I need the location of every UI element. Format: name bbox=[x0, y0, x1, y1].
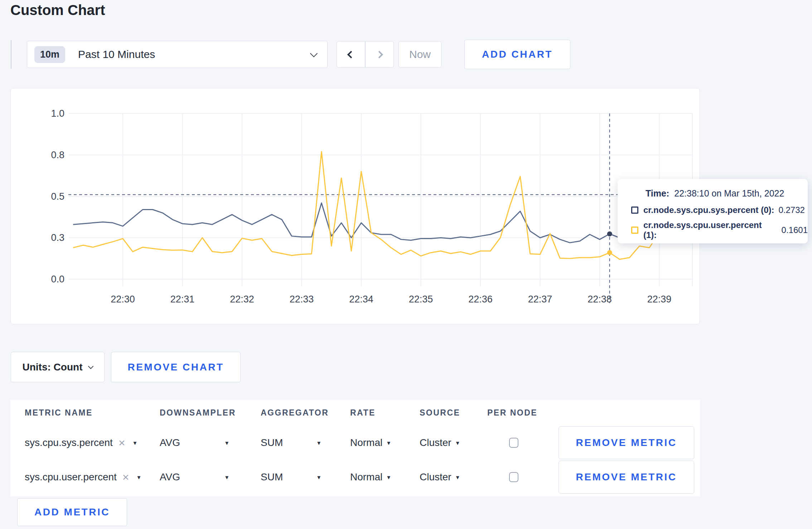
svg-text:1.0: 1.0 bbox=[51, 108, 64, 119]
svg-text:22:31: 22:31 bbox=[170, 294, 195, 305]
units-label: Units: Count bbox=[23, 361, 83, 373]
time-pager bbox=[337, 41, 394, 68]
svg-text:0.5: 0.5 bbox=[51, 191, 64, 202]
rate-value: Normal bbox=[350, 471, 382, 483]
rate-dropdown[interactable]: Normal ▼ bbox=[350, 471, 420, 483]
units-bar: Units: Count REMOVE CHART bbox=[11, 352, 241, 382]
tooltip-series-user: cr.node.sys.cpu.user.percent (1): 0.1601 bbox=[631, 220, 808, 240]
rate-value: Normal bbox=[350, 437, 382, 448]
clear-metric-icon[interactable]: × bbox=[119, 437, 125, 448]
chevron-right-icon bbox=[376, 50, 383, 58]
svg-text:22:35: 22:35 bbox=[409, 294, 433, 305]
remove-metric-button[interactable]: REMOVE METRIC bbox=[559, 426, 694, 459]
metric-name-value: sys.cpu.sys.percent bbox=[25, 437, 113, 448]
caret-down-icon: ▼ bbox=[455, 474, 460, 480]
tooltip-sys-name: cr.node.sys.cpu.sys.percent (0): bbox=[643, 205, 774, 215]
user-series-swatch-icon bbox=[631, 227, 638, 234]
source-dropdown[interactable]: Cluster ▼ bbox=[420, 437, 487, 448]
aggregator-dropdown[interactable]: SUM ▼ bbox=[261, 471, 322, 483]
downsampler-value: AVG bbox=[160, 471, 180, 483]
aggregator-value: SUM bbox=[261, 437, 283, 448]
page-title: Custom Chart bbox=[10, 2, 105, 18]
svg-text:0.8: 0.8 bbox=[51, 150, 64, 160]
prev-time-button[interactable] bbox=[337, 42, 365, 67]
svg-text:22:36: 22:36 bbox=[468, 294, 493, 305]
time-range-label: Past 10 Minutes bbox=[78, 48, 155, 60]
metric-name-dropdown[interactable]: sys.cpu.user.percent × ▼ bbox=[25, 471, 160, 483]
next-time-button[interactable] bbox=[366, 42, 393, 67]
col-header-rate: RATE bbox=[350, 408, 420, 418]
svg-text:22:39: 22:39 bbox=[647, 294, 672, 305]
downsampler-value: AVG bbox=[160, 437, 180, 448]
metrics-table-header: METRIC NAME DOWNSAMPLER AGGREGATOR RATE … bbox=[10, 400, 700, 426]
tooltip-series-sys: cr.node.sys.cpu.sys.percent (0): 0.2732 bbox=[631, 205, 808, 215]
clear-metric-icon[interactable]: × bbox=[122, 471, 129, 483]
caret-down-icon: ▼ bbox=[132, 440, 138, 446]
svg-text:0.3: 0.3 bbox=[51, 232, 64, 243]
source-value: Cluster bbox=[420, 437, 451, 448]
caret-down-icon: ▼ bbox=[316, 440, 322, 446]
tooltip-user-value: 0.1601 bbox=[782, 225, 808, 235]
chart-hover-tooltip: Time:22:38:10 on Mar 15th, 2022 cr.node.… bbox=[618, 179, 808, 243]
source-dropdown[interactable]: Cluster ▼ bbox=[420, 471, 487, 483]
aggregator-value: SUM bbox=[261, 471, 283, 483]
caret-down-icon: ▼ bbox=[224, 440, 229, 446]
svg-text:22:30: 22:30 bbox=[111, 294, 135, 305]
metric-name-value: sys.cpu.user.percent bbox=[25, 471, 117, 483]
metric-name-dropdown[interactable]: sys.cpu.sys.percent × ▼ bbox=[25, 437, 160, 448]
col-header-source: SOURCE bbox=[420, 408, 487, 418]
toolbar-divider bbox=[11, 40, 11, 69]
line-chart[interactable]: 1.00.80.50.30.022:3022:3122:3222:3322:34… bbox=[11, 88, 699, 324]
table-row: sys.cpu.sys.percent × ▼ AVG ▼ SUM ▼ Norm… bbox=[10, 426, 700, 460]
now-button[interactable]: Now bbox=[398, 41, 441, 68]
caret-down-icon: ▼ bbox=[386, 474, 391, 480]
svg-text:22:38: 22:38 bbox=[588, 294, 612, 305]
caret-down-icon: ▼ bbox=[136, 474, 142, 480]
tooltip-user-name: cr.node.sys.cpu.user.percent (1): bbox=[643, 220, 777, 240]
remove-metric-button[interactable]: REMOVE METRIC bbox=[559, 461, 694, 494]
svg-text:0.0: 0.0 bbox=[51, 274, 64, 285]
remove-chart-button[interactable]: REMOVE CHART bbox=[111, 352, 241, 382]
chart-card[interactable]: 1.00.80.50.30.022:3022:3122:3222:3322:34… bbox=[10, 88, 700, 324]
rate-dropdown[interactable]: Normal ▼ bbox=[350, 437, 420, 448]
tooltip-sys-value: 0.2732 bbox=[778, 205, 804, 215]
time-range-badge: 10m bbox=[34, 46, 65, 63]
tooltip-time-label: Time: bbox=[646, 188, 669, 198]
downsampler-dropdown[interactable]: AVG ▼ bbox=[160, 471, 229, 483]
col-header-aggregator: AGGREGATOR bbox=[261, 408, 350, 418]
caret-down-icon: ▼ bbox=[316, 474, 322, 480]
downsampler-dropdown[interactable]: AVG ▼ bbox=[160, 437, 229, 448]
chevron-down-icon bbox=[88, 364, 94, 369]
col-header-downsampler: DOWNSAMPLER bbox=[160, 408, 261, 418]
svg-text:22:32: 22:32 bbox=[230, 294, 254, 305]
caret-down-icon: ▼ bbox=[386, 440, 391, 446]
sys-series-swatch-icon bbox=[631, 207, 638, 214]
chevron-down-icon bbox=[310, 49, 318, 57]
add-chart-button[interactable]: ADD CHART bbox=[464, 40, 570, 69]
metrics-table: METRIC NAME DOWNSAMPLER AGGREGATOR RATE … bbox=[10, 400, 700, 496]
aggregator-dropdown[interactable]: SUM ▼ bbox=[261, 437, 322, 448]
per-node-checkbox[interactable] bbox=[509, 472, 518, 482]
add-metric-button[interactable]: ADD METRIC bbox=[17, 498, 127, 526]
table-row: sys.cpu.user.percent × ▼ AVG ▼ SUM ▼ Nor… bbox=[10, 460, 700, 494]
units-dropdown[interactable]: Units: Count bbox=[11, 352, 105, 382]
source-value: Cluster bbox=[420, 471, 451, 483]
caret-down-icon: ▼ bbox=[455, 440, 460, 446]
per-node-checkbox[interactable] bbox=[509, 438, 518, 448]
caret-down-icon: ▼ bbox=[224, 474, 229, 480]
toolbar: 10m Past 10 Minutes Now ADD CHART bbox=[11, 40, 570, 69]
col-header-per-node: PER NODE bbox=[487, 408, 559, 418]
svg-text:22:33: 22:33 bbox=[290, 294, 314, 305]
time-range-dropdown[interactable]: 10m Past 10 Minutes bbox=[27, 41, 328, 68]
svg-text:22:37: 22:37 bbox=[528, 294, 552, 305]
svg-text:22:34: 22:34 bbox=[349, 294, 373, 305]
chevron-left-icon bbox=[347, 50, 355, 58]
col-header-metric-name: METRIC NAME bbox=[25, 408, 160, 418]
tooltip-time-value: 22:38:10 on Mar 15th, 2022 bbox=[674, 188, 784, 198]
